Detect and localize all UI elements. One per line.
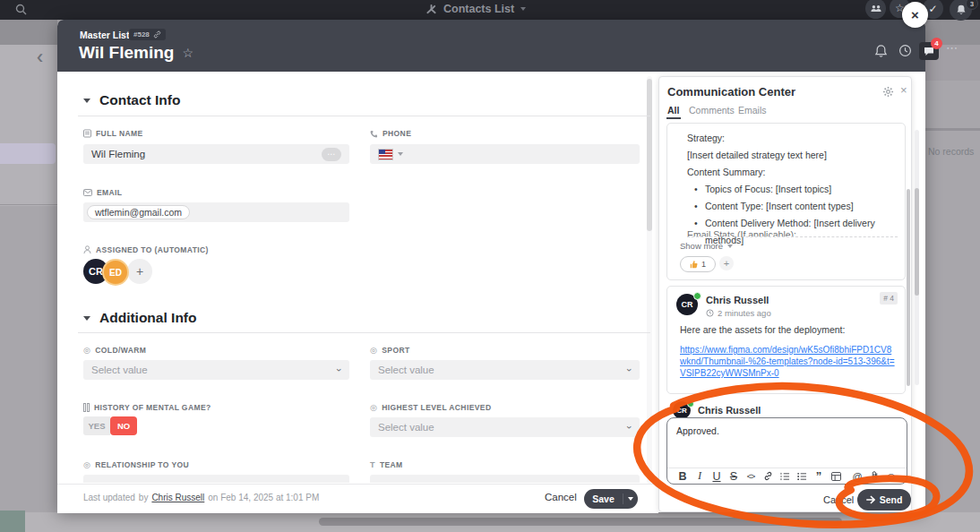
- background-left-band: [0, 20, 57, 45]
- single-select-icon: ◎: [83, 346, 90, 355]
- background-table-line: [925, 128, 980, 131]
- top-app-bar: Contacts List: [0, 0, 980, 20]
- bottom-left-corner-tile: [0, 511, 25, 532]
- presence-dot: [693, 292, 701, 300]
- single-select-icon: ◎: [370, 403, 377, 412]
- clock-icon: [706, 309, 714, 317]
- quote-icon[interactable]: ”: [812, 469, 826, 483]
- attachment-icon[interactable]: [867, 471, 881, 481]
- horizontal-scrollbar[interactable]: [319, 518, 842, 526]
- editor-author: Chris Russell: [698, 405, 761, 416]
- highest-level-select[interactable]: Select value›: [370, 417, 640, 437]
- assignee-avatar-ed[interactable]: ED: [102, 259, 129, 286]
- panel-close-icon[interactable]: ×: [900, 83, 907, 97]
- sidebar-selected-row[interactable]: [0, 143, 56, 164]
- team-field[interactable]: [370, 475, 640, 483]
- section-divider: [78, 116, 650, 116]
- save-button-group[interactable]: Save: [584, 489, 638, 509]
- comment-link[interactable]: https://www.figma.com/design/wK5sOfi8bhi…: [680, 344, 895, 379]
- add-reaction-button[interactable]: +: [719, 256, 734, 270]
- notifications-bell-icon[interactable]: [874, 44, 888, 58]
- tab-comments[interactable]: Comments: [689, 105, 735, 116]
- post-bullet: •Topics of Focus: [Insert topics]: [694, 181, 905, 198]
- bold-icon[interactable]: B: [675, 470, 690, 483]
- send-button[interactable]: Send: [857, 489, 911, 511]
- comm-panel-outer-scrollbar[interactable]: [915, 130, 919, 385]
- comment-editor-box[interactable]: Approved. B I U S <> ” @ ☺: [666, 417, 907, 485]
- person-icon: [83, 245, 91, 254]
- thumbs-up-icon: [690, 260, 698, 269]
- app-logo-icon: [426, 4, 437, 15]
- table-icon[interactable]: [829, 472, 843, 481]
- save-dropdown-button[interactable]: [623, 497, 638, 501]
- add-assignee-button[interactable]: +: [127, 259, 152, 284]
- favorite-star-icon[interactable]: ☆: [182, 46, 193, 60]
- relationship-field[interactable]: [83, 475, 349, 483]
- comment-author[interactable]: Chris Russell: [706, 295, 769, 305]
- updated-by-link[interactable]: Chris Russell: [151, 493, 204, 502]
- app-title-group[interactable]: Contacts List: [426, 3, 526, 15]
- tab-all-underline: [666, 117, 681, 119]
- show-more-caret-icon: [727, 245, 733, 248]
- communication-center-panel: Communication Center × All Comments Emai…: [658, 76, 912, 512]
- tab-emails[interactable]: Emails: [738, 105, 767, 116]
- reaction-pill[interactable]: 1: [680, 256, 716, 272]
- single-select-icon: ◎: [83, 460, 90, 469]
- toggle-yes-button[interactable]: YES: [83, 416, 110, 435]
- expand-field-button[interactable]: ⋯: [322, 148, 341, 161]
- sidebar-divider: [0, 204, 57, 205]
- mention-icon[interactable]: @: [850, 471, 864, 482]
- tab-all[interactable]: All: [667, 105, 679, 116]
- section-title: Additional Info: [99, 310, 196, 326]
- app-title-caret-icon: [520, 7, 526, 11]
- toggle-no-button[interactable]: NO: [110, 416, 137, 435]
- strikethrough-icon[interactable]: S: [726, 470, 741, 483]
- underline-icon[interactable]: U: [709, 470, 724, 483]
- sport-select[interactable]: Select value›: [370, 360, 640, 380]
- search-icon[interactable]: [15, 4, 27, 15]
- phone-field[interactable]: [370, 144, 640, 164]
- comment-time-row: 2 minutes ago: [706, 308, 771, 318]
- section-additional-info-header[interactable]: Additional Info: [83, 310, 196, 326]
- history-clock-icon[interactable]: [898, 44, 912, 57]
- form-scrollbar-track[interactable]: [647, 76, 652, 484]
- editor-text[interactable]: Approved.: [676, 425, 719, 436]
- comments-badge: 4: [931, 38, 942, 49]
- section-collapse-icon: [83, 316, 90, 321]
- sidebar-collapse-icon[interactable]: ❮: [36, 53, 44, 62]
- show-more-button[interactable]: Show more: [680, 241, 733, 251]
- editor-toolbar: B I U S <> ” @ ☺: [667, 468, 907, 484]
- more-menu-icon[interactable]: ⋯: [946, 41, 959, 55]
- comment-number-badge: # 4: [880, 292, 898, 305]
- panel-scrollbar-thumb[interactable]: [907, 189, 910, 386]
- close-overlay-button[interactable]: ×: [902, 2, 928, 28]
- cancel-button[interactable]: Cancel: [545, 492, 577, 502]
- team-label: T TEAM: [370, 460, 403, 469]
- mental-game-toggle: YES NO: [83, 416, 137, 435]
- ordered-list-icon[interactable]: [778, 472, 792, 481]
- section-contact-info-header[interactable]: Contact Info: [83, 92, 180, 108]
- mental-game-label: HISTORY OF MENTAL GAME?: [83, 403, 211, 412]
- record-id-badge[interactable]: #528: [129, 29, 166, 40]
- comment-time: 2 minutes ago: [718, 308, 771, 318]
- us-flag-icon[interactable]: [378, 149, 393, 160]
- phone-label: PHONE: [370, 129, 411, 138]
- cold-warm-select[interactable]: Select value›: [83, 360, 349, 380]
- email-chip[interactable]: wtflemin@gmail.com: [87, 205, 190, 219]
- emoji-icon[interactable]: ☺: [884, 470, 898, 483]
- editor-cancel-button[interactable]: Cancel: [823, 494, 854, 505]
- cold-warm-label: ◎ COLD/WARM: [83, 346, 146, 355]
- code-icon[interactable]: <>: [744, 472, 758, 481]
- panel-settings-gear-icon[interactable]: [882, 86, 894, 98]
- send-arrow-icon: [866, 495, 875, 504]
- full-name-field[interactable]: Wil Fleming ⋯: [83, 144, 349, 164]
- section-collapse-icon: [83, 99, 90, 103]
- save-button[interactable]: Save: [584, 493, 623, 504]
- email-label: EMAIL: [83, 188, 122, 197]
- email-field[interactable]: wtflemin@gmail.com: [83, 202, 349, 222]
- bullet-list-icon[interactable]: [795, 472, 809, 481]
- form-scrollbar-thumb[interactable]: [647, 79, 652, 231]
- post-bullet: •Content Type: [Insert content types]: [694, 198, 905, 215]
- link-icon[interactable]: [761, 471, 775, 481]
- italic-icon[interactable]: I: [692, 469, 707, 483]
